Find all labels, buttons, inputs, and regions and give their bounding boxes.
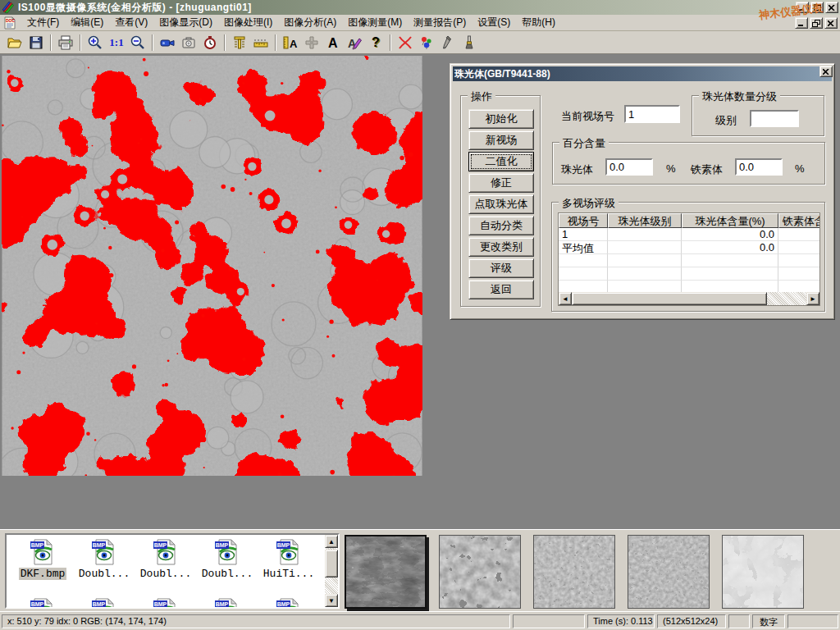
zoom-in-icon[interactable] [84,33,106,52]
print-icon[interactable] [55,33,76,52]
menu-bar: DOC 文件(F) 编辑(E) 查看(V) 图像显示(D) 图像处理(I) 图像… [0,15,840,31]
current-field-input[interactable] [624,105,680,123]
level-input[interactable] [750,110,799,127]
pearlite-label: 珠光体 [561,162,593,177]
file-list[interactable]: BMP DKF.bmp BMP BMP Doubl... BMP BMP Do [5,533,340,609]
bmp-file-icon[interactable]: BMP [213,597,241,609]
actual-size-icon[interactable]: 1:1 [106,33,127,52]
scroll-up-icon[interactable]: ▲ [325,535,338,548]
caliper-vertical-icon[interactable] [229,33,250,52]
snapshot-icon[interactable] [178,33,199,52]
svg-text:BMP: BMP [277,601,290,607]
file-item[interactable]: BMP HuiTi... [260,538,317,580]
cell-level [608,228,682,241]
col-field: 视场号 [559,213,608,228]
grading-group-label: 珠光体数量分级 [699,89,780,104]
scroll-down-icon[interactable]: ▼ [325,594,338,607]
pearlite-percent-input[interactable] [605,158,653,176]
file-name[interactable]: HuiTi... [262,568,316,580]
menu-report[interactable]: 测量报告(P) [408,14,472,31]
file-item[interactable]: BMP Doubl... [137,538,194,580]
mdi-close-button[interactable] [824,17,838,29]
application-window: IS100显微摄像系统(金相分析版) - [zhuguangti01] 神木仪器… [0,0,840,630]
bmp-file-icon[interactable]: BMP [29,597,57,609]
brush-icon[interactable] [459,33,480,52]
curve-delete-icon[interactable] [395,33,416,52]
mdi-minimize-button[interactable] [795,17,808,29]
change-class-button[interactable]: 更改类别 [468,237,534,257]
particle-mark-icon[interactable] [416,33,437,52]
measure-text-icon[interactable]: A [280,33,301,52]
save-icon[interactable] [25,33,47,52]
cell-ferrite [778,241,820,254]
bmp-file-icon[interactable]: BMP [29,538,57,566]
cell-ferrite [778,228,820,241]
bmp-file-icon[interactable]: BMP [152,538,180,566]
menu-image-process[interactable]: 图像处理(I) [218,14,278,31]
dialog-close-icon[interactable] [819,66,833,77]
menu-help[interactable]: 帮助(H) [516,14,561,31]
return-button[interactable]: 返回 [468,280,534,299]
file-name[interactable]: Doubl... [77,568,131,580]
menu-settings[interactable]: 设置(S) [472,14,516,31]
scrollbar-thumb[interactable] [572,292,767,305]
table-row[interactable]: 1 0.0 [559,228,819,241]
menu-file[interactable]: 文件(F) [21,14,65,31]
pen-icon[interactable] [437,33,459,52]
file-name[interactable]: DKF.bmp [19,568,67,580]
file-name[interactable]: Doubl... [200,568,254,580]
bmp-file-icon[interactable]: BMP [213,538,241,566]
menu-image-display[interactable]: 图像显示(D) [153,14,218,31]
file-item[interactable]: BMP Doubl... [199,538,256,580]
edit-annotation-icon[interactable]: A [344,33,365,52]
toolbar-separator [152,34,153,51]
menu-image-analysis[interactable]: 图像分析(A) [278,14,342,31]
table-row[interactable]: 平均值 0.0 [559,241,819,254]
rate-button[interactable]: 评级 [468,258,534,278]
video-capture-icon[interactable] [157,33,178,52]
scroll-right-icon[interactable]: ► [806,292,819,305]
menu-image-measure[interactable]: 图像测量(M) [342,14,408,31]
initialize-button[interactable]: 初始化 [468,109,534,129]
zoom-out-icon[interactable] [127,33,148,52]
metallographic-image[interactable] [2,56,422,476]
help-icon[interactable]: ?? [365,33,386,52]
timer-icon[interactable] [199,33,221,52]
file-list-scrollbar[interactable]: ▲ ▼ [325,535,338,607]
auto-classify-button[interactable]: 自动分类 [468,216,534,235]
ruler-horizontal-icon[interactable] [250,33,272,52]
text-annotation-icon[interactable]: A [322,33,344,52]
thumbnail-1[interactable] [345,535,427,609]
toolbar-separator [390,34,391,51]
menu-view[interactable]: 查看(V) [109,14,153,31]
thumbnail-3[interactable] [533,535,615,609]
menu-edit[interactable]: 编辑(E) [65,14,109,31]
file-item[interactable]: BMP DKF.bmp [14,538,71,580]
pick-pearlite-button[interactable]: 点取珠光体 [468,194,534,214]
scrollbar-thumb[interactable] [325,550,338,578]
binarize-button[interactable]: 二值化 [468,152,534,171]
ferrite-percent-input[interactable] [735,158,783,176]
new-field-button[interactable]: 新视场 [468,130,534,150]
grid-cross-icon[interactable] [301,33,322,52]
mdi-restore-button[interactable] [810,17,823,29]
rating-table[interactable]: 视场号 珠光体级别 珠光体含量(%) 铁素体含量(%) 1 0.0 平均值 0.… [558,212,820,306]
table-horizontal-scrollbar[interactable]: ◄ ► [559,292,819,305]
correct-button[interactable]: 修正 [468,173,534,193]
thumbnail-2[interactable] [439,535,521,609]
scroll-left-icon[interactable]: ◄ [559,292,572,305]
file-panel: BMP DKF.bmp BMP BMP Doubl... BMP BMP Do [0,529,840,611]
open-file-icon[interactable] [4,33,25,52]
bmp-file-icon[interactable]: BMP [275,538,303,566]
thumbnail-4[interactable] [628,535,710,609]
bmp-file-icon[interactable]: BMP [90,538,118,566]
bmp-file-icon[interactable]: BMP [275,597,303,609]
dialog-title-text: 珠光体(GB/T9441-88) [454,67,550,81]
cursor-position-pane: x: 510 y: 79 idx: 0 RGB: (174, 174, 174) [2,614,510,628]
bmp-file-icon[interactable]: BMP [152,597,180,609]
file-name[interactable]: Doubl... [139,568,193,580]
file-item[interactable]: BMP Doubl... [75,538,133,580]
document-icon[interactable]: DOC [3,16,16,30]
bmp-file-icon[interactable]: BMP [90,597,118,609]
thumbnail-5[interactable] [722,535,804,609]
